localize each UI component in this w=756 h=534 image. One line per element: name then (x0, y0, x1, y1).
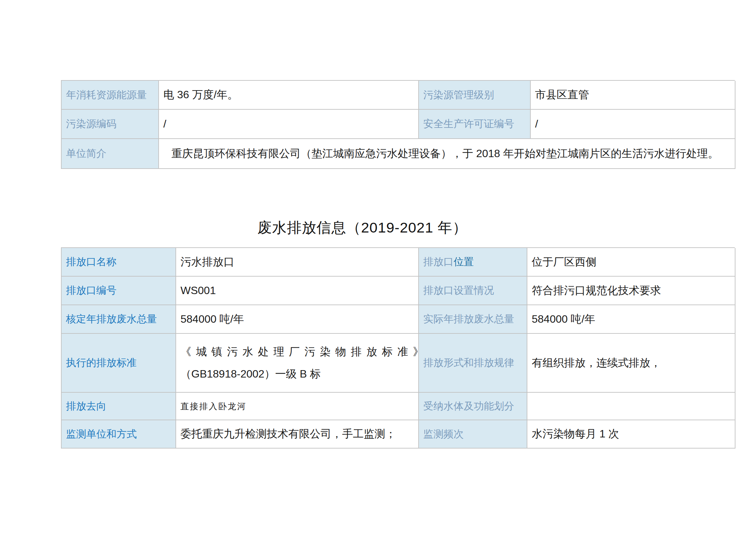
value-pollution-source-admin-level: 市县区直管 (531, 81, 735, 110)
value-text: 584000 吨/年 (532, 312, 595, 327)
label-outlet-location: 排放口位置 (419, 248, 527, 277)
document-page: 年消耗资源能源量 电 36 万度/年。 污染源管理级别 市县区直管 污染源编码 … (0, 0, 756, 534)
value-text: 有组织排放，连续式排放， (532, 356, 661, 370)
label-text: 年消耗资源能源量 (66, 88, 147, 102)
label-monitoring-unit-method: 监测单位和方式 (62, 420, 176, 449)
value-monitoring-frequency: 水污染物每月 1 次 (527, 420, 735, 449)
label-text: 排放口编号 (66, 284, 117, 297)
label-outlet-number: 排放口编号 (62, 277, 176, 305)
value-annual-energy-consumption: 电 36 万度/年。 (159, 81, 419, 110)
standard-code-line: （GB18918-2002）一级 B 标 (180, 368, 321, 380)
value-text: 污水排放口 (180, 255, 234, 270)
label-text: 实际年排放废水总量 (423, 312, 514, 326)
label-discharge-form-pattern: 排放形式和排放规律 (419, 334, 527, 393)
label-text: 安全生产许可证编号 (423, 117, 514, 131)
label-text: 污染源编码 (66, 117, 117, 131)
value-text: 符合排污口规范化技术要求 (532, 283, 661, 298)
label-outlet-name: 排放口名称 (62, 248, 176, 277)
value-company-profile: 重庆昆顶环保科技有限公司（垫江城南应急污水处理设备），于 2018 年开始对垫江… (159, 139, 735, 169)
label-receiving-water-body: 受纳水体及功能划分 (419, 393, 527, 420)
facility-info-table: 年消耗资源能源量 电 36 万度/年。 污染源管理级别 市县区直管 污染源编码 … (61, 80, 735, 169)
label-text: 污染源管理级别 (423, 88, 494, 102)
value-discharge-form-pattern: 有组织排放，连续式排放， (527, 334, 735, 393)
label-text: 排放口设置情况 (423, 284, 494, 297)
label-text: 排放口名称 (66, 255, 117, 269)
value-text: 位于厂区西侧 (532, 255, 596, 270)
value-text: 重庆昆顶环保科技有限公司（垫江城南应急污水处理设备），于 2018 年开始对垫江… (163, 146, 719, 161)
value-approved-annual-wastewater: 584000 吨/年 (176, 305, 419, 334)
value-text: 584000 吨/年 (180, 312, 244, 327)
label-text: 监测频次 (423, 427, 464, 441)
label-approved-annual-wastewater: 核定年排放废水总量 (62, 305, 176, 334)
value-monitoring-unit-method: 委托重庆九升检测技术有限公司，手工监测； (176, 420, 419, 449)
label-text: 排放去向 (66, 399, 106, 413)
label-outlet-setup-status: 排放口设置情况 (419, 277, 527, 305)
label-monitoring-frequency: 监测频次 (419, 420, 527, 449)
value-text: 电 36 万度/年。 (163, 87, 238, 102)
section-title-wastewater-discharge-info: 废水排放信息（2019-2021 年） (61, 218, 664, 238)
value-outlet-location: 位于厂区西侧 (527, 248, 735, 277)
value-outlet-setup-status: 符合排污口规范化技术要求 (527, 277, 735, 305)
standard-title-line: 《城镇污水处理厂污染物排放标准》 (180, 346, 419, 358)
wastewater-discharge-table: 排放口名称 污水排放口 排放口位置 位于厂区西侧 排放口编号 WS001 排放口… (61, 247, 735, 449)
value-outlet-name: 污水排放口 (176, 248, 419, 277)
value-text: / (535, 118, 538, 130)
label-actual-annual-wastewater: 实际年排放废水总量 (419, 305, 527, 334)
label-company-profile: 单位简介 (62, 139, 159, 169)
label-pollution-source-admin-level: 污染源管理级别 (419, 81, 531, 110)
label-discharge-destination: 排放去向 (62, 393, 176, 420)
label-discharge-standard: 执行的排放标准 (62, 334, 176, 393)
label-annual-energy-consumption: 年消耗资源能源量 (62, 81, 159, 110)
value-text: 水污染物每月 1 次 (532, 427, 619, 441)
label-text: 核定年排放废水总量 (66, 312, 157, 326)
value-discharge-destination: 直接排入卧龙河 (176, 393, 419, 420)
label-pollution-source-code: 污染源编码 (62, 110, 159, 139)
value-safety-production-license-no: / (531, 110, 735, 139)
value-pollution-source-code: / (159, 110, 419, 139)
label-text: 执行的排放标准 (66, 356, 137, 370)
label-text: 单位简介 (66, 147, 106, 161)
value-discharge-standard: 《城镇污水处理厂污染物排放标准》 （GB18918-2002）一级 B 标 (176, 334, 419, 393)
label-text-part2: 位置 (454, 255, 474, 269)
value-text: 委托重庆九升检测技术有限公司，手工监测； (180, 427, 396, 441)
value-text: WS001 (180, 284, 216, 297)
label-text-part1: 排放口 (423, 255, 454, 269)
value-text: 直接排入卧龙河 (180, 401, 246, 412)
label-safety-production-license-no: 安全生产许可证编号 (419, 110, 531, 139)
value-actual-annual-wastewater: 584000 吨/年 (527, 305, 735, 334)
value-outlet-number: WS001 (176, 277, 419, 305)
value-receiving-water-body (527, 393, 735, 420)
label-text: 监测单位和方式 (66, 427, 137, 441)
value-text: / (163, 118, 166, 130)
value-text: 市县区直管 (535, 87, 589, 102)
label-text: 受纳水体及功能划分 (423, 399, 514, 413)
label-text: 排放形式和排放规律 (423, 356, 514, 370)
